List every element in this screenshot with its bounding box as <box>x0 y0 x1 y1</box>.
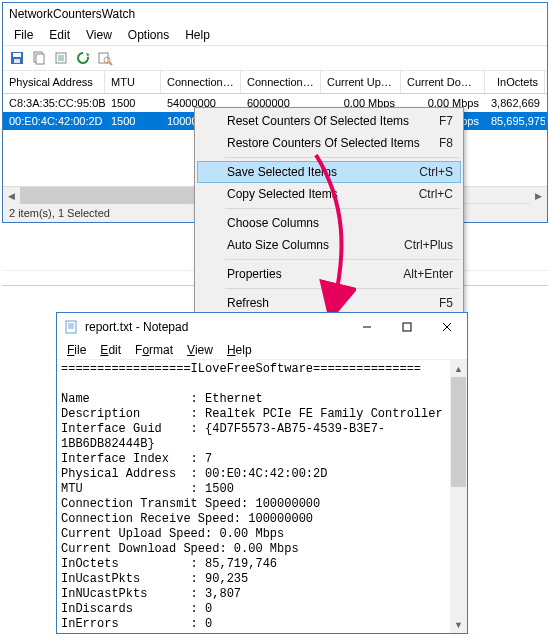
menu-separator <box>225 157 459 158</box>
cell-inoctets: 85,695,975 <box>485 112 545 130</box>
svg-rect-1 <box>13 53 21 57</box>
menu-bar: File Edit View Options Help <box>3 25 547 45</box>
menu-auto-size[interactable]: Auto Size Columns Ctrl+Plus <box>197 234 461 256</box>
cell-mtu: 1500 <box>105 112 161 130</box>
menu-view[interactable]: View <box>79 26 119 44</box>
column-connection-transmit[interactable]: Connection Tr... <box>161 71 241 93</box>
svg-rect-2 <box>14 59 20 63</box>
text-content[interactable]: ==================ILoveFreeSoftware=====… <box>57 360 450 633</box>
svg-rect-17 <box>403 323 411 331</box>
grid-header: Physical Address MTU Connection Tr... Co… <box>3 71 547 94</box>
window-title: report.txt - Notepad <box>85 320 188 334</box>
scroll-up-icon[interactable]: ▲ <box>450 360 467 377</box>
properties-icon[interactable] <box>51 48 71 68</box>
maximize-button[interactable] <box>387 315 427 339</box>
svg-rect-4 <box>36 54 44 64</box>
menu-copy-selected[interactable]: Copy Selected Items Ctrl+C <box>197 183 461 205</box>
cell-physical-address: C8:3A:35:CC:95:0B <box>3 94 105 112</box>
menu-choose-columns[interactable]: Choose Columns <box>197 212 461 234</box>
column-current-upload[interactable]: Current Uploa... <box>321 71 401 93</box>
svg-rect-12 <box>66 321 76 333</box>
svg-line-11 <box>109 62 112 65</box>
menu-separator <box>225 288 459 289</box>
scroll-thumb[interactable] <box>451 377 466 487</box>
menu-edit[interactable]: Edit <box>94 341 127 359</box>
find-icon[interactable] <box>95 48 115 68</box>
column-current-download[interactable]: Current Downl... <box>401 71 485 93</box>
menu-restore-counters[interactable]: Restore Counters Of Selected Items F8 <box>197 132 461 154</box>
menu-reset-counters[interactable]: Reset Counters Of Selected Items F7 <box>197 110 461 132</box>
menu-help[interactable]: Help <box>221 341 258 359</box>
menu-view[interactable]: View <box>181 341 219 359</box>
menu-help[interactable]: Help <box>178 26 217 44</box>
scroll-down-icon[interactable]: ▼ <box>450 616 467 633</box>
app-title: NetworkCountersWatch <box>9 7 135 21</box>
menu-save-selected[interactable]: Save Selected Items Ctrl+S <box>197 161 461 183</box>
text-area-container: ==================ILoveFreeSoftware=====… <box>57 359 467 633</box>
notepad-window: report.txt - Notepad File Edit Format Vi… <box>56 312 468 634</box>
title-bar[interactable]: report.txt - Notepad <box>57 313 467 341</box>
notepad-icon <box>65 320 79 334</box>
save-icon[interactable] <box>7 48 27 68</box>
minimize-button[interactable] <box>347 315 387 339</box>
scroll-left-icon[interactable]: ◀ <box>3 187 20 204</box>
toolbar <box>3 45 547 71</box>
menu-refresh[interactable]: Refresh F5 <box>197 292 461 314</box>
title-bar[interactable]: NetworkCountersWatch <box>3 3 547 25</box>
menu-format[interactable]: Format <box>129 341 179 359</box>
scroll-right-icon[interactable]: ▶ <box>530 187 547 204</box>
menu-file[interactable]: File <box>61 341 92 359</box>
menu-edit[interactable]: Edit <box>42 26 77 44</box>
column-mtu[interactable]: MTU <box>105 71 161 93</box>
copy-icon[interactable] <box>29 48 49 68</box>
svg-rect-9 <box>99 53 108 63</box>
vertical-scrollbar[interactable]: ▲ ▼ <box>450 360 467 633</box>
menu-bar: File Edit Format View Help <box>57 341 467 359</box>
column-connection-receive[interactable]: Connection Re... <box>241 71 321 93</box>
cell-physical-address: 00:E0:4C:42:00:2D <box>3 112 105 130</box>
menu-options[interactable]: Options <box>121 26 176 44</box>
context-menu: Reset Counters Of Selected Items F7 Rest… <box>194 107 464 317</box>
menu-properties[interactable]: Properties Alt+Enter <box>197 263 461 285</box>
column-physical-address[interactable]: Physical Address <box>3 71 105 93</box>
close-button[interactable] <box>427 315 467 339</box>
cell-inoctets: 3,862,669 <box>485 94 545 112</box>
cell-mtu: 1500 <box>105 94 161 112</box>
menu-separator <box>225 259 459 260</box>
menu-file[interactable]: File <box>7 26 40 44</box>
column-inoctets[interactable]: InOctets <box>485 71 545 93</box>
menu-separator <box>225 208 459 209</box>
refresh-icon[interactable] <box>73 48 93 68</box>
